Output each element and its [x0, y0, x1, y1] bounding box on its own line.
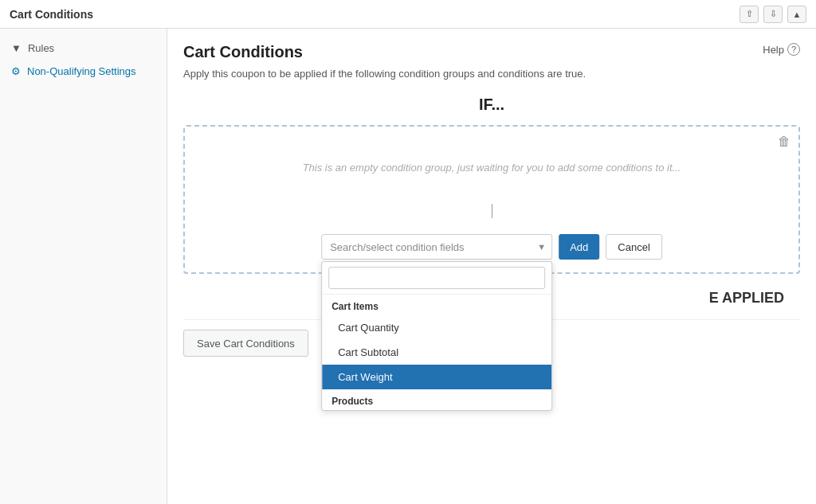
dropdown-popup: Cart Items Cart Quantity Cart Subtotal C… [321, 261, 552, 411]
condition-group-empty-text: This is an empty condition group, just w… [196, 138, 787, 197]
gear-icon: ⚙ [11, 65, 21, 77]
dropdown-group-cart-items: Cart Items [322, 295, 551, 315]
sidebar: ▼ Rules ⚙ Non-Qualifying Settings [0, 29, 167, 504]
add-condition-row: Search/select condition fields ▼ Cart It… [321, 234, 662, 260]
sidebar-item-rules-label: Rules [28, 42, 54, 54]
page-description: Apply this coupon to be applied if the f… [183, 68, 800, 80]
applied-partial-text: E APPLIED [709, 290, 784, 306]
page-title: Cart Conditions [183, 43, 800, 61]
main-layout: ▼ Rules ⚙ Non-Qualifying Settings Help ?… [0, 29, 816, 504]
cancel-button[interactable]: Cancel [606, 234, 661, 260]
save-cart-conditions-button[interactable]: Save Cart Conditions [183, 330, 308, 357]
condition-dropdown-wrapper: Search/select condition fields ▼ Cart It… [321, 234, 552, 260]
help-label: Help [763, 44, 784, 56]
dropdown-search-area [322, 262, 551, 295]
help-icon: ? [787, 43, 800, 56]
connector-line [196, 204, 787, 218]
if-label: IF... [183, 96, 800, 114]
dropdown-item-cart-weight[interactable]: Cart Weight [322, 365, 551, 389]
sidebar-item-non-qualifying[interactable]: ⚙ Non-Qualifying Settings [0, 60, 167, 83]
sidebar-item-non-qualifying-label: Non-Qualifying Settings [27, 65, 136, 77]
dropdown-placeholder-text: Search/select condition fields [330, 241, 464, 253]
delete-group-button[interactable]: 🗑 [778, 135, 790, 149]
topbar-up-button[interactable]: ⇧ [740, 6, 759, 23]
topbar-title: Cart Conditions [10, 8, 93, 21]
dropdown-item-cart-subtotal[interactable]: Cart Subtotal [322, 340, 551, 365]
content-area: Help ? Cart Conditions Apply this coupon… [167, 29, 816, 504]
dropdown-search-input[interactable] [328, 267, 545, 289]
condition-group: 🗑 This is an empty condition group, just… [183, 125, 800, 274]
topbar-controls: ⇧ ⇩ ▲ [740, 6, 806, 23]
filter-icon: ▼ [11, 42, 22, 54]
sidebar-item-rules[interactable]: ▼ Rules [0, 37, 167, 60]
topbar-expand-button[interactable]: ▲ [787, 6, 806, 23]
topbar: Cart Conditions ⇧ ⇩ ▲ [0, 0, 816, 29]
topbar-down-button[interactable]: ⇩ [763, 6, 783, 23]
dropdown-list: Cart Items Cart Quantity Cart Subtotal C… [322, 295, 551, 410]
help-button[interactable]: Help ? [763, 43, 800, 56]
add-button[interactable]: Add [559, 234, 599, 260]
dropdown-group-products: Products [322, 389, 551, 410]
condition-dropdown[interactable]: Search/select condition fields [321, 234, 552, 260]
dropdown-item-cart-quantity[interactable]: Cart Quantity [322, 315, 551, 340]
